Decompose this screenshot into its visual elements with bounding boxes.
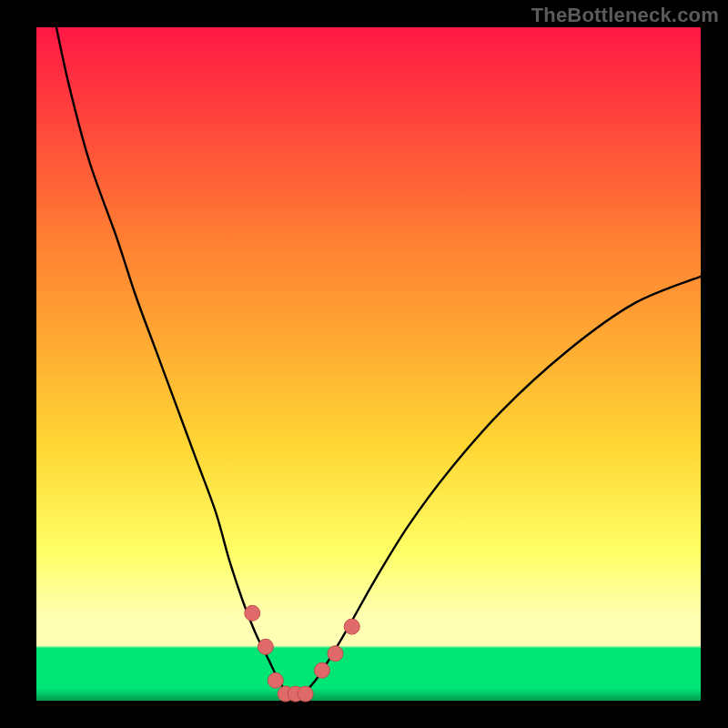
- highlight-marker: [298, 686, 313, 702]
- plot-background: [36, 27, 701, 701]
- highlight-marker: [344, 619, 359, 634]
- highlight-marker: [328, 646, 343, 662]
- highlight-marker: [258, 639, 273, 654]
- chart-frame: { "watermark": "TheBottleneck.com", "col…: [0, 0, 728, 728]
- highlight-marker: [268, 672, 283, 688]
- bottleneck-chart: [0, 0, 728, 728]
- highlight-marker: [245, 605, 260, 621]
- highlight-marker: [314, 662, 329, 678]
